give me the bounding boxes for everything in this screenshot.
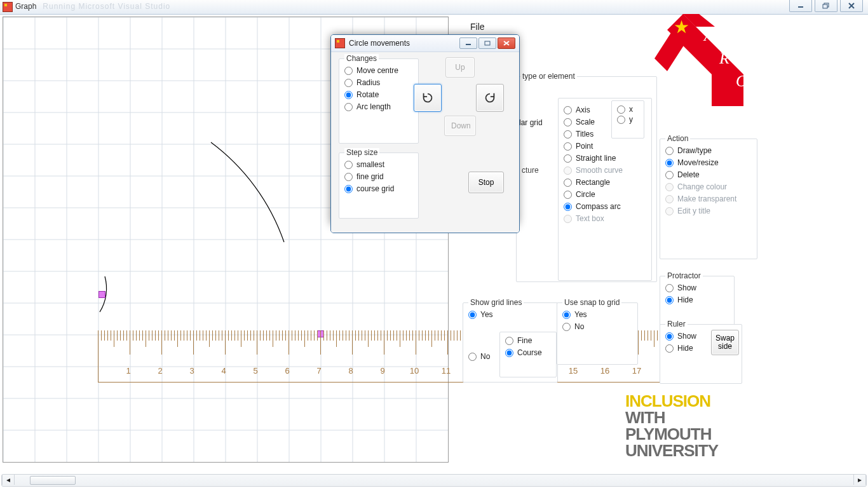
radio-straight-line[interactable]: Straight line <box>564 154 646 163</box>
radio-x[interactable]: x <box>617 105 639 114</box>
radio-draw[interactable]: Draw/type <box>665 146 752 155</box>
radio-text-box: Text box <box>564 214 646 223</box>
dialog-close-button[interactable] <box>498 37 515 49</box>
scroll-right-button[interactable]: ▸ <box>853 475 866 485</box>
svg-rect-2 <box>823 4 827 8</box>
changes-group: Changes Move centre Radius Rotate Arc le… <box>339 58 419 144</box>
dialog-title: Circle movements <box>349 39 459 48</box>
rotate-ccw-icon <box>421 91 435 105</box>
window-minimize-button[interactable] <box>789 0 812 12</box>
ruler-label: 15 <box>569 366 578 376</box>
ruler-label: 11 <box>442 366 451 376</box>
action-legend: Action <box>665 134 690 143</box>
up-button: Up <box>445 57 475 78</box>
stop-button[interactable]: Stop <box>468 172 504 193</box>
radio-smooth-curve: Smooth curve <box>564 166 646 175</box>
changes-legend: Changes <box>344 54 379 63</box>
radio-snap-yes[interactable]: Yes <box>562 310 632 319</box>
ruler-label: 1 <box>126 366 130 376</box>
radio-delete[interactable]: Delete <box>665 170 752 179</box>
radio-y[interactable]: y <box>617 115 639 124</box>
rotate-cw-button[interactable] <box>476 84 504 112</box>
svg-text:A: A <box>703 26 714 44</box>
radio-snap-no[interactable]: No <box>562 322 632 331</box>
svg-rect-32 <box>485 41 490 45</box>
down-button: Down <box>444 116 476 136</box>
radio-move-resize[interactable]: Move/resize <box>665 158 752 167</box>
scroll-left-button[interactable]: ◂ <box>2 475 15 485</box>
radio-grid-yes[interactable]: Yes <box>468 310 552 319</box>
ruler-label: 7 <box>316 366 321 376</box>
gridlines-legend: Show grid lines <box>468 298 524 307</box>
grid-fineness-group: Fine Course <box>499 332 557 377</box>
type-or-element-legend: type or element <box>520 72 577 81</box>
radio-make-transparent: Make transparent <box>665 194 752 203</box>
arc-handle-a[interactable] <box>98 291 105 298</box>
ruler-label: 3 <box>189 366 194 376</box>
ruler-label: 2 <box>158 366 162 376</box>
svg-text:O: O <box>736 72 748 90</box>
radio-protractor-show[interactable]: Show <box>665 283 729 292</box>
svg-text:★: ★ <box>674 17 689 37</box>
radio-arc-length[interactable]: Arc length <box>344 102 413 111</box>
dialog-minimize-button[interactable] <box>459 37 477 49</box>
step-size-legend: Step size <box>344 148 379 157</box>
compass-arc-large <box>211 142 284 242</box>
window-close-button[interactable] <box>840 0 863 12</box>
scroll-thumb[interactable] <box>30 476 76 485</box>
xy-group: x y <box>611 100 644 139</box>
swap-side-button[interactable]: Swap side <box>711 330 739 355</box>
radio-edit-y-title: Edit y title <box>665 207 752 215</box>
circle-movements-dialog: Circle movements Changes Move centre Rad… <box>330 34 520 233</box>
ruler-label: 9 <box>380 366 384 376</box>
radio-circle[interactable]: Circle <box>564 190 646 199</box>
snap-group: Use snap to grid Yes No <box>557 302 638 365</box>
snap-legend: Use snap to grid <box>562 298 621 307</box>
horizontal-scrollbar[interactable]: ◂ ▸ <box>1 474 867 487</box>
window-restore-button[interactable] <box>815 0 837 12</box>
radio-change-colour: Change colour <box>665 182 752 191</box>
dialog-app-icon <box>335 38 345 48</box>
svg-text:R: R <box>719 49 729 67</box>
radio-grid-course[interactable]: Course <box>505 348 551 357</box>
ruler-label: 10 <box>410 366 419 376</box>
radio-grid-fine[interactable]: Fine <box>505 336 551 345</box>
ruler-group: Ruler Show Hide Swap side <box>660 324 742 384</box>
radio-rectangle[interactable]: Rectangle <box>564 178 646 187</box>
cture-label: cture <box>522 166 539 175</box>
ruler-label: 6 <box>285 366 289 376</box>
app-icon <box>3 2 13 12</box>
ruler-legend: Ruler <box>665 320 688 329</box>
aro-banner: ★ A R O <box>654 14 763 122</box>
window-titlebar: GraphRunning Microsoft Visual Studio <box>0 0 868 15</box>
radio-step-course[interactable]: course grid <box>344 184 413 193</box>
radio-point[interactable]: Point <box>564 142 646 151</box>
step-size-group: Step size smallest fine grid course grid <box>339 152 419 219</box>
protractor-legend: Protractor <box>665 271 703 280</box>
ruler-label: 8 <box>348 366 353 376</box>
action-group: Action Draw/type Move/resize Delete Chan… <box>660 139 757 259</box>
radio-compass-arc[interactable]: Compass arc <box>564 202 646 211</box>
ruler[interactable]: 1234567891011151617 <box>98 330 733 383</box>
dialog-titlebar[interactable]: Circle movements <box>331 35 519 52</box>
plymouth-logo: INCLUSION WITH PLYMOUTH UNIVERSITY <box>625 393 718 459</box>
rotate-ccw-button[interactable] <box>414 84 442 112</box>
radio-protractor-hide[interactable]: Hide <box>665 295 729 304</box>
radio-lar-grid[interactable]: lar grid <box>519 118 543 127</box>
radio-radius[interactable]: Radius <box>344 78 413 87</box>
radio-rotate[interactable]: Rotate <box>344 90 413 99</box>
window-title: GraphRunning Microsoft Visual Studio <box>15 2 170 11</box>
ruler-label: 5 <box>253 366 257 376</box>
menu-file[interactable]: File <box>470 22 485 32</box>
radio-step-fine[interactable]: fine grid <box>344 172 413 181</box>
ruler-label: 17 <box>632 366 641 376</box>
ruler-label: 16 <box>600 366 609 376</box>
ruler-label: 4 <box>221 366 226 376</box>
rotate-cw-icon <box>483 91 497 105</box>
dialog-maximize-button[interactable] <box>478 37 496 49</box>
radio-step-smallest[interactable]: smallest <box>344 160 413 169</box>
radio-move-centre[interactable]: Move centre <box>344 66 413 75</box>
